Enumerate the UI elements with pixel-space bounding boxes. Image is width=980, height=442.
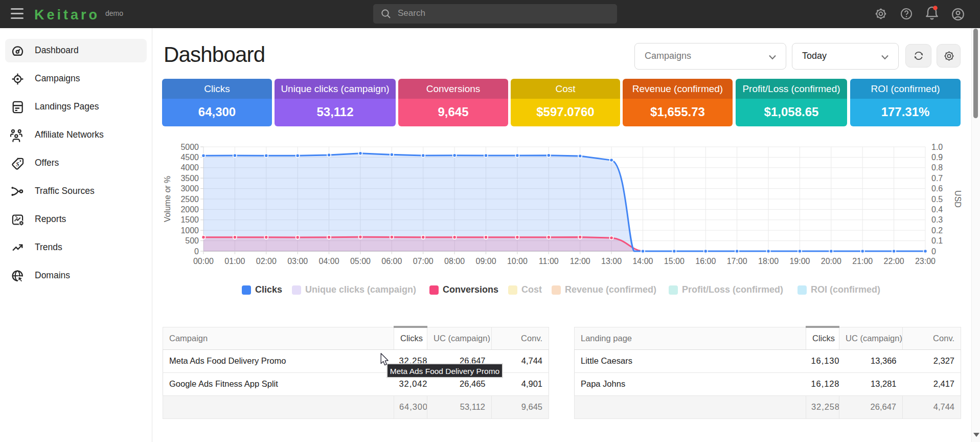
svg-text:23:00: 23:00	[915, 257, 936, 266]
svg-text:18:00: 18:00	[758, 257, 779, 266]
svg-text:4000: 4000	[180, 163, 199, 172]
svg-text:03:00: 03:00	[287, 257, 308, 266]
svg-text:12:00: 12:00	[570, 257, 590, 266]
svg-text:21:00: 21:00	[852, 257, 873, 266]
svg-text:4500: 4500	[180, 153, 199, 162]
svg-text:19:00: 19:00	[789, 257, 810, 266]
svg-text:11:00: 11:00	[539, 257, 559, 266]
svg-text:2000: 2000	[180, 205, 199, 214]
svg-text:0: 0	[194, 247, 199, 256]
svg-text:0.2: 0.2	[931, 226, 943, 235]
svg-text:07:00: 07:00	[413, 257, 434, 266]
svg-text:20:00: 20:00	[821, 257, 841, 266]
svg-text:0.7: 0.7	[931, 174, 943, 183]
svg-text:09:00: 09:00	[475, 257, 496, 266]
svg-text:0.6: 0.6	[931, 184, 943, 193]
svg-text:0.1: 0.1	[931, 236, 943, 245]
svg-text:0.4: 0.4	[931, 205, 943, 214]
svg-text:2500: 2500	[180, 195, 199, 204]
svg-text:USD: USD	[953, 190, 962, 208]
svg-text:1000: 1000	[180, 226, 199, 235]
svg-text:17:00: 17:00	[727, 257, 747, 266]
svg-text:0.5: 0.5	[931, 195, 943, 204]
svg-text:16:00: 16:00	[695, 257, 716, 266]
svg-text:Volume or %: Volume or %	[163, 176, 172, 223]
svg-text:1.0: 1.0	[931, 143, 943, 151]
svg-text:02:00: 02:00	[256, 257, 277, 266]
svg-text:04:00: 04:00	[319, 257, 339, 266]
svg-text:5000: 5000	[180, 143, 199, 151]
svg-text:22:00: 22:00	[884, 257, 904, 266]
svg-text:08:00: 08:00	[444, 257, 465, 266]
svg-text:14:00: 14:00	[632, 257, 653, 266]
svg-text:06:00: 06:00	[381, 257, 402, 266]
svg-text:3500: 3500	[180, 174, 199, 183]
svg-text:10:00: 10:00	[507, 257, 528, 266]
svg-text:00:00: 00:00	[193, 257, 214, 266]
svg-text:0.8: 0.8	[931, 163, 943, 172]
svg-text:05:00: 05:00	[350, 257, 371, 266]
svg-text:0: 0	[931, 247, 936, 256]
svg-text:0.9: 0.9	[931, 153, 943, 162]
svg-text:3000: 3000	[180, 184, 199, 193]
svg-text:15:00: 15:00	[664, 257, 685, 266]
svg-text:500: 500	[185, 236, 199, 245]
svg-text:01:00: 01:00	[224, 257, 245, 266]
svg-text:1500: 1500	[180, 215, 199, 224]
svg-text:0.3: 0.3	[931, 215, 943, 224]
svg-text:13:00: 13:00	[601, 257, 622, 266]
